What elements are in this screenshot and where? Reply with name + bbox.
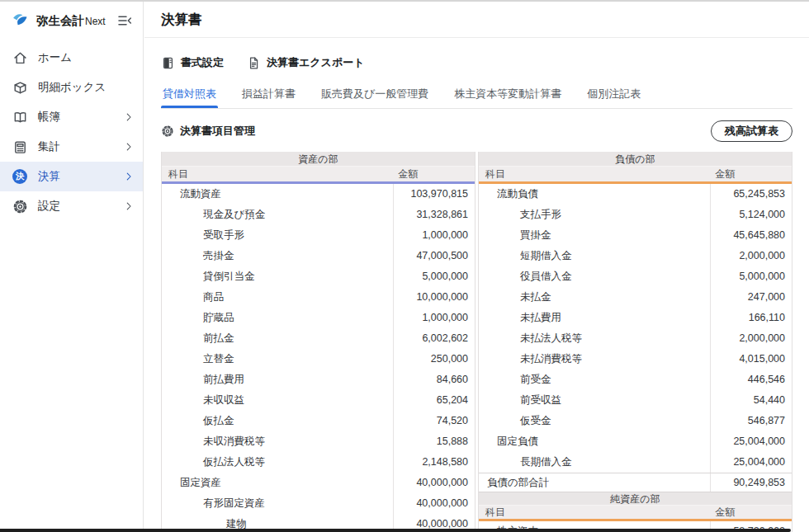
tab-sga[interactable]: 販売費及び一般管理費 — [319, 78, 430, 108]
table-row: 前受金446,546 — [479, 370, 792, 390]
account-cell: 支払手形 — [479, 205, 710, 225]
sidebar-item-aggregation[interactable]: 集計 — [0, 132, 143, 162]
account-cell: 負債の部合計 — [479, 473, 710, 492]
amount-cell: 5,124,000 — [710, 205, 792, 225]
account-cell: 固定負債 — [479, 431, 710, 452]
table-row: 未払消費税等4,015,000 — [479, 349, 792, 370]
table-row: 前払費用84,660 — [162, 370, 475, 390]
account-cell: 仮受金 — [479, 411, 710, 431]
account-cell: 仮払金 — [162, 411, 393, 431]
amount-cell: 45,645,880 — [710, 225, 792, 246]
sidebar-item-detail-box[interactable]: 明細ボックス — [0, 73, 143, 102]
account-cell: 短期借入金 — [479, 246, 710, 266]
liabilities-column-header: 科目 金額 — [479, 167, 792, 181]
calculator-icon — [12, 139, 28, 155]
chevron-right-icon — [123, 171, 135, 182]
tab-income-statement[interactable]: 損益計算書 — [240, 78, 297, 108]
liabilities-table: 負債の部 科目 金額 流動負債65,245,853支払手形5,124,000買掛… — [478, 152, 792, 532]
table-row: 固定負債25,004,000 — [479, 431, 792, 452]
assets-table: 資産の部 科目 金額 流動資産103,970,815現金及び預金31,328,8… — [161, 152, 475, 532]
amount-cell: 65,204 — [393, 390, 475, 411]
format-book-icon — [161, 56, 175, 70]
net-assets-section-header: 純資産の部 — [479, 492, 792, 506]
format-settings-button[interactable]: 書式設定 — [161, 55, 224, 70]
amount-cell: 2,148,580 — [393, 452, 475, 473]
amount-cell: 5,000,000 — [710, 266, 792, 287]
account-cell: 未払消費税等 — [479, 349, 710, 370]
account-cell: 買掛金 — [479, 225, 710, 246]
assets-rows: 流動資産103,970,815現金及び預金31,328,861受取手形1,000… — [162, 184, 475, 532]
table-row: 立替金250,000 — [162, 349, 475, 370]
settlement-badge-icon: 決 — [12, 168, 28, 185]
brand-name: 弥生会計Next — [36, 13, 106, 29]
assets-column-header: 科目 金額 — [162, 167, 475, 181]
tab-equity-changes[interactable]: 株主資本等変動計算書 — [452, 78, 563, 108]
amount-cell: 40,000,000 — [393, 493, 475, 514]
brand-row: 弥生会計Next — [0, 2, 143, 40]
account-cell: 商品 — [162, 287, 393, 308]
amount-cell: 5,000,000 — [393, 266, 475, 287]
amount-cell: 54,440 — [710, 390, 792, 411]
amount-cell: 546,877 — [710, 411, 792, 431]
sidebar-item-label: 集計 — [38, 139, 60, 154]
tab-notes[interactable]: 個別注記表 — [585, 78, 642, 108]
table-row: 商品10,000,000 — [162, 287, 475, 308]
amount-cell: 90,249,853 — [710, 473, 792, 492]
page-header: 決算書 — [144, 2, 809, 38]
box-icon — [12, 79, 28, 96]
account-cell: 現金及び預金 — [162, 205, 393, 225]
liabilities-total-row: 負債の部合計 90,249,853 — [479, 473, 792, 492]
sidebar-item-label: 決算 — [38, 169, 60, 184]
account-cell: 流動負債 — [479, 184, 710, 205]
column-header-amount: 金額 — [393, 167, 475, 181]
window-bottom-edge — [0, 529, 791, 532]
amount-cell: 65,245,853 — [710, 184, 792, 205]
item-management-button[interactable]: 決算書項目管理 — [161, 124, 255, 139]
amount-cell: 74,520 — [393, 411, 475, 431]
sidebar-item-label: 明細ボックス — [38, 80, 106, 95]
table-row: 未収収益65,204 — [162, 390, 475, 411]
sidebar-item-settlement[interactable]: 決 決算 — [0, 162, 143, 191]
amount-cell: 15,888 — [393, 431, 475, 452]
app-window: 弥生会計Next ホーム 明細ボックス — [0, 0, 809, 532]
amount-cell: 2,000,000 — [710, 328, 792, 349]
trial-balance-button[interactable]: 残高試算表 — [711, 120, 792, 142]
table-row: 貸倒引当金5,000,000 — [162, 266, 475, 287]
column-header-amount: 金額 — [710, 506, 792, 519]
gear-icon — [161, 125, 174, 138]
amount-cell: 6,002,602 — [393, 328, 475, 349]
account-cell: 前受収益 — [479, 390, 710, 411]
main-content: 決算書 書式設定 決算書エクスポート 貸借対照表 損益計算書 販売費及び一般管理… — [144, 2, 809, 532]
sidebar-item-label: 帳簿 — [38, 110, 60, 125]
column-header-account: 科目 — [479, 167, 710, 181]
amount-cell: 47,000,500 — [393, 246, 475, 266]
amount-cell: 40,000,000 — [393, 473, 475, 493]
collapse-sidebar-icon[interactable] — [116, 12, 133, 29]
account-cell: 未収収益 — [162, 390, 393, 411]
sidebar-item-settings[interactable]: 設定 — [0, 191, 143, 221]
book-icon — [12, 109, 28, 125]
account-cell: 未払費用 — [479, 308, 710, 328]
amount-cell: 10,000,000 — [393, 287, 475, 308]
chevron-right-icon — [123, 200, 135, 212]
account-cell: 仮払法人税等 — [162, 452, 393, 473]
sidebar-item-home[interactable]: ホーム — [0, 43, 143, 73]
amount-cell: 2,000,000 — [710, 246, 792, 266]
account-cell: 未収消費税等 — [162, 431, 393, 452]
amount-cell: 4,015,000 — [710, 349, 792, 370]
table-row: 流動資産103,970,815 — [162, 184, 475, 205]
table-row: 仮払金74,520 — [162, 411, 475, 431]
sidebar-item-ledgers[interactable]: 帳簿 — [0, 102, 143, 132]
tab-balance-sheet[interactable]: 貸借対照表 — [161, 78, 218, 108]
account-cell: 未払金 — [479, 287, 710, 308]
sub-toolbar: 決算書項目管理 残高試算表 — [161, 120, 792, 142]
table-row: 長期借入金25,004,000 — [479, 452, 792, 473]
table-row: 仮払法人税等2,148,580 — [162, 452, 475, 473]
page-title: 決算書 — [161, 11, 202, 29]
account-cell: 貯蔵品 — [162, 308, 393, 328]
account-cell: 役員借入金 — [479, 266, 710, 287]
amount-cell: 103,970,815 — [393, 184, 475, 205]
column-header-amount: 金額 — [710, 167, 792, 181]
export-button[interactable]: 決算書エクスポート — [247, 55, 365, 70]
account-cell: 未払法人税等 — [479, 328, 710, 349]
